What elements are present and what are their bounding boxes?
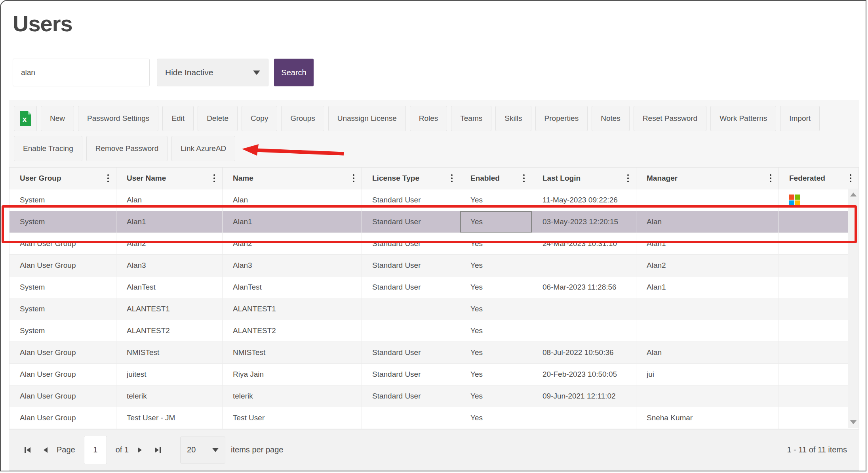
cell-last-login[interactable] bbox=[532, 255, 636, 277]
column-menu-icon[interactable] bbox=[625, 173, 631, 184]
cell-user-group[interactable]: Alan User Group bbox=[10, 407, 116, 429]
column-header-user-name[interactable]: User Name bbox=[116, 168, 223, 189]
cell-license-type[interactable] bbox=[362, 407, 460, 429]
toolbar-button-roles[interactable]: Roles bbox=[410, 106, 447, 131]
toolbar-button-delete[interactable]: Delete bbox=[198, 106, 238, 131]
cell-enabled[interactable]: Yes bbox=[460, 277, 532, 298]
cell-user-group[interactable]: Alan User Group bbox=[10, 385, 116, 407]
cell-manager[interactable] bbox=[636, 298, 779, 320]
column-header-manager[interactable]: Manager bbox=[636, 168, 779, 189]
column-menu-icon[interactable] bbox=[449, 173, 455, 184]
cell-manager[interactable]: Alan bbox=[636, 342, 779, 364]
toolbar-button-edit[interactable]: Edit bbox=[162, 106, 194, 131]
cell-last-login[interactable] bbox=[532, 298, 636, 320]
cell-last-login[interactable]: 03-May-2023 12:20:15 bbox=[532, 211, 636, 233]
cell-name[interactable]: ALANTEST1 bbox=[223, 298, 362, 320]
column-header-last-login[interactable]: Last Login bbox=[532, 168, 636, 189]
cell-user-name[interactable]: AlanTest bbox=[116, 277, 223, 298]
first-page-button[interactable] bbox=[21, 444, 34, 456]
toolbar-button-teams[interactable]: Teams bbox=[451, 106, 491, 131]
grid-vertical-scrollbar[interactable] bbox=[848, 189, 858, 428]
search-input[interactable] bbox=[13, 59, 150, 86]
column-menu-icon[interactable] bbox=[350, 173, 357, 184]
cell-federated[interactable] bbox=[779, 189, 859, 211]
table-row[interactable]: System Alan1 Alan1 Standard User Yes 03-… bbox=[10, 211, 859, 233]
table-row[interactable]: Alan User Group telerik telerik Standard… bbox=[10, 385, 859, 407]
cell-enabled[interactable]: Yes bbox=[460, 364, 532, 385]
inactive-filter-dropdown[interactable]: Hide Inactive bbox=[157, 59, 268, 86]
cell-enabled[interactable]: Yes bbox=[460, 298, 532, 320]
cell-manager[interactable]: Alan1 bbox=[636, 233, 779, 255]
cell-last-login[interactable] bbox=[532, 407, 636, 429]
page-number-input[interactable] bbox=[84, 436, 107, 464]
cell-name[interactable]: Test User bbox=[223, 407, 362, 429]
column-header-enabled[interactable]: Enabled bbox=[460, 168, 532, 189]
cell-enabled[interactable]: Yes bbox=[460, 211, 532, 233]
cell-name[interactable]: Riya Jain bbox=[223, 364, 362, 385]
cell-user-name[interactable]: NMISTest bbox=[116, 342, 223, 364]
table-row[interactable]: Alan User Group Alan3 Alan3 Standard Use… bbox=[10, 255, 859, 277]
toolbar-button-skills[interactable]: Skills bbox=[495, 106, 531, 131]
column-menu-icon[interactable] bbox=[767, 173, 774, 184]
search-button[interactable]: Search bbox=[274, 59, 314, 86]
previous-page-button[interactable] bbox=[40, 444, 51, 456]
cell-manager[interactable]: Alan bbox=[636, 211, 779, 233]
cell-manager[interactable]: jui bbox=[636, 364, 779, 385]
toolbar-button-properties[interactable]: Properties bbox=[535, 106, 588, 131]
scroll-down-icon[interactable] bbox=[850, 420, 857, 424]
cell-license-type[interactable]: Standard User bbox=[362, 364, 460, 385]
cell-user-group[interactable]: System bbox=[10, 320, 116, 342]
next-page-button[interactable] bbox=[134, 444, 145, 456]
cell-federated[interactable] bbox=[779, 255, 859, 277]
cell-name[interactable]: AlanTest bbox=[223, 277, 362, 298]
cell-user-group[interactable]: System bbox=[10, 277, 116, 298]
column-header-name[interactable]: Name bbox=[223, 168, 362, 189]
cell-user-group[interactable]: Alan User Group bbox=[10, 233, 116, 255]
table-row[interactable]: System ALANTEST2 ALANTEST2 Yes bbox=[10, 320, 859, 342]
cell-last-login[interactable]: 24-Mar-2023 10:31:10 bbox=[532, 233, 636, 255]
cell-name[interactable]: Alan1 bbox=[223, 211, 362, 233]
cell-federated[interactable] bbox=[779, 364, 859, 385]
cell-license-type[interactable] bbox=[362, 320, 460, 342]
cell-license-type[interactable] bbox=[362, 298, 460, 320]
cell-enabled[interactable]: Yes bbox=[460, 255, 532, 277]
cell-manager[interactable]: Sneha Kumar bbox=[636, 407, 779, 429]
cell-user-group[interactable]: Alan User Group bbox=[10, 364, 116, 385]
toolbar-button-password-settings[interactable]: Password Settings bbox=[78, 106, 158, 131]
cell-license-type[interactable]: Standard User bbox=[362, 385, 460, 407]
cell-enabled[interactable]: Yes bbox=[460, 407, 532, 429]
cell-user-name[interactable]: Test User - JM bbox=[116, 407, 223, 429]
cell-last-login[interactable]: 20-Feb-2023 10:50:05 bbox=[532, 364, 636, 385]
cell-manager[interactable]: Alan1 bbox=[636, 277, 779, 298]
cell-user-name[interactable]: juitest bbox=[116, 364, 223, 385]
table-row[interactable]: System ALANTEST1 ALANTEST1 Yes bbox=[10, 298, 859, 320]
toolbar-button-new[interactable]: New bbox=[41, 106, 74, 131]
table-row[interactable]: System Alan Alan Standard User Yes 11-Ma… bbox=[10, 189, 859, 211]
cell-user-group[interactable]: System bbox=[10, 298, 116, 320]
cell-manager[interactable] bbox=[636, 385, 779, 407]
cell-last-login[interactable] bbox=[532, 320, 636, 342]
table-row[interactable]: Alan User Group NMISTest NMISTest Standa… bbox=[10, 342, 859, 364]
table-row[interactable]: Alan User Group juitest Riya Jain Standa… bbox=[10, 364, 859, 385]
last-page-button[interactable] bbox=[151, 444, 164, 456]
column-menu-icon[interactable] bbox=[211, 173, 217, 184]
cell-federated[interactable] bbox=[779, 233, 859, 255]
page-size-dropdown[interactable]: 20 bbox=[180, 437, 225, 463]
column-menu-icon[interactable] bbox=[105, 173, 111, 184]
column-header-user-group[interactable]: User Group bbox=[10, 168, 116, 189]
cell-user-group[interactable]: System bbox=[10, 189, 116, 211]
toolbar-button-work-patterns[interactable]: Work Patterns bbox=[710, 106, 776, 131]
cell-name[interactable]: Alan3 bbox=[223, 255, 362, 277]
table-row[interactable]: Alan User Group Alan2 Alan2 Standard Use… bbox=[10, 233, 859, 255]
scroll-up-icon[interactable] bbox=[850, 193, 857, 196]
cell-federated[interactable] bbox=[779, 407, 859, 429]
toolbar-button-enable-tracing[interactable]: Enable Tracing bbox=[14, 136, 82, 161]
cell-license-type[interactable]: Standard User bbox=[362, 189, 460, 211]
cell-license-type[interactable]: Standard User bbox=[362, 233, 460, 255]
cell-license-type[interactable]: Standard User bbox=[362, 255, 460, 277]
column-menu-icon[interactable] bbox=[521, 173, 527, 184]
cell-federated[interactable] bbox=[779, 277, 859, 298]
cell-user-name[interactable]: telerik bbox=[116, 385, 223, 407]
cell-last-login[interactable]: 06-Mar-2023 11:28:56 bbox=[532, 277, 636, 298]
cell-user-group[interactable]: Alan User Group bbox=[10, 342, 116, 364]
